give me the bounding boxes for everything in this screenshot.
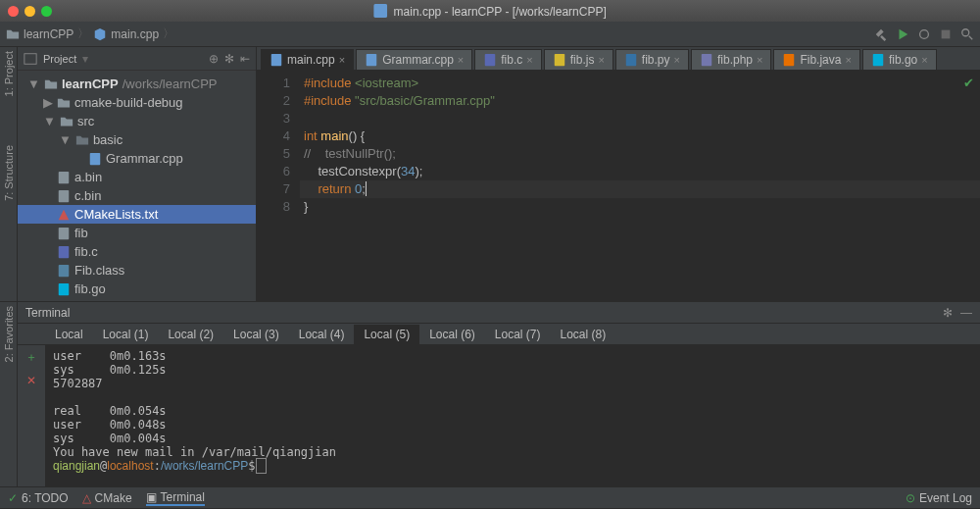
- hide-icon[interactable]: —: [960, 306, 972, 320]
- terminal-tab[interactable]: Local (4): [289, 325, 355, 344]
- svg-rect-17: [485, 54, 496, 66]
- search-icon[interactable]: [960, 27, 974, 41]
- close-tab-icon[interactable]: ×: [339, 54, 345, 66]
- toolwindow-tab[interactable]: ✓6: TODO: [8, 491, 69, 505]
- svg-rect-12: [59, 264, 70, 276]
- tree-item[interactable]: ▼src: [18, 112, 256, 130]
- stop-icon[interactable]: [939, 27, 953, 41]
- tree-item[interactable]: ▶cmake-build-debug: [18, 93, 256, 112]
- svg-rect-15: [271, 54, 282, 66]
- event-log[interactable]: ⊙Event Log: [906, 491, 972, 505]
- svg-rect-11: [59, 245, 70, 257]
- close-tab-icon[interactable]: ×: [674, 54, 680, 66]
- file-tab[interactable]: fib.js×: [544, 49, 613, 70]
- terminal-tab[interactable]: Local (6): [419, 325, 485, 344]
- minimize-window[interactable]: [24, 6, 35, 17]
- sidebar-tab[interactable]: 1: Project: [3, 51, 15, 96]
- svg-rect-18: [554, 54, 564, 66]
- tree-item[interactable]: fib: [18, 224, 256, 242]
- svg-rect-0: [373, 4, 387, 18]
- add-terminal-icon[interactable]: ＋: [25, 349, 37, 366]
- svg-rect-5: [24, 53, 36, 64]
- hide-icon[interactable]: ⇤: [240, 52, 250, 66]
- tree-item[interactable]: a.bin: [18, 168, 256, 186]
- cpp-icon: [93, 27, 107, 41]
- tree-item[interactable]: Fib.class: [18, 261, 256, 280]
- hammer-icon[interactable]: [874, 27, 888, 41]
- code-line[interactable]: #include "src/basic/Grammar.cpp": [300, 92, 980, 110]
- breadcrumb-file[interactable]: main.cpp: [111, 27, 159, 41]
- toolwindow-tab[interactable]: △CMake: [82, 491, 132, 505]
- svg-rect-20: [702, 54, 712, 66]
- file-tab[interactable]: fib.py×: [615, 49, 689, 70]
- terminal-tab[interactable]: Local: [45, 325, 93, 344]
- code-line[interactable]: testConstexpr(34);: [300, 163, 980, 180]
- collapse-icon[interactable]: ⊕: [209, 52, 219, 66]
- sidebar-tab[interactable]: 2: Favorites: [3, 306, 15, 362]
- svg-rect-6: [90, 152, 101, 164]
- chevron-right-icon: 〉: [77, 25, 89, 42]
- svg-point-2: [920, 29, 929, 38]
- folder-icon: [6, 27, 20, 41]
- terminal-output[interactable]: user 0m0.163s sys 0m0.125s 5702887 real …: [45, 345, 980, 486]
- close-tab-icon[interactable]: ×: [526, 54, 532, 66]
- project-icon: [24, 52, 37, 66]
- tree-item[interactable]: Grammar.cpp: [18, 149, 256, 168]
- svg-rect-22: [873, 54, 884, 66]
- code-line[interactable]: #include <iostream>: [300, 75, 980, 92]
- svg-rect-3: [942, 29, 951, 38]
- sidebar-tab[interactable]: 7: Structure: [3, 145, 15, 201]
- terminal-title: Terminal: [25, 306, 70, 320]
- chevron-right-icon: 〉: [163, 25, 174, 42]
- svg-rect-13: [59, 282, 70, 294]
- file-tab[interactable]: fib.c×: [474, 49, 541, 70]
- tree-item[interactable]: fib.go: [18, 280, 256, 298]
- terminal-tab[interactable]: Local (7): [485, 325, 551, 344]
- gear-icon[interactable]: ✻: [943, 306, 953, 320]
- close-tab-icon[interactable]: ×: [598, 54, 604, 66]
- code-line[interactable]: int main() {: [300, 127, 980, 145]
- tree-item[interactable]: fib.c: [18, 242, 256, 261]
- terminal-tab[interactable]: Local (5): [354, 325, 419, 344]
- code-line[interactable]: return 0;: [300, 180, 980, 198]
- svg-rect-21: [784, 54, 795, 66]
- svg-point-4: [962, 28, 969, 35]
- close-tab-icon[interactable]: ×: [458, 54, 464, 66]
- svg-rect-16: [367, 54, 377, 66]
- terminal-tab[interactable]: Local (1): [93, 325, 159, 344]
- window-title: main.cpp - learnCPP - [/works/learnCPP]: [373, 4, 607, 19]
- svg-rect-7: [59, 171, 70, 182]
- file-tab[interactable]: fib.go×: [862, 49, 937, 70]
- toolwindow-tab[interactable]: ▣Terminal: [146, 490, 205, 506]
- breadcrumb-folder[interactable]: learnCPP: [24, 27, 74, 41]
- maximize-window[interactable]: [41, 6, 52, 17]
- tree-root[interactable]: ▼ learnCPP /works/learnCPP: [18, 75, 256, 93]
- check-icon: ✔: [963, 75, 974, 92]
- code-line[interactable]: // testNullPtr();: [300, 145, 980, 163]
- close-tab-icon[interactable]: ×: [845, 54, 851, 66]
- gear-icon[interactable]: ✻: [224, 52, 234, 66]
- tree-item[interactable]: CMakeLists.txt: [18, 205, 256, 224]
- close-window[interactable]: [8, 6, 19, 17]
- close-tab-icon[interactable]: ×: [757, 54, 762, 66]
- terminal-tab[interactable]: Local (8): [551, 325, 616, 344]
- file-tab[interactable]: Grammar.cpp×: [356, 49, 472, 70]
- terminal-tab[interactable]: Local (2): [158, 325, 223, 344]
- tree-item[interactable]: c.bin: [18, 186, 256, 205]
- code-line[interactable]: }: [300, 198, 980, 216]
- svg-marker-1: [95, 27, 106, 39]
- file-tab[interactable]: Fib.java×: [773, 49, 859, 70]
- play-icon[interactable]: [896, 27, 909, 41]
- project-panel-title: Project: [43, 53, 76, 65]
- close-terminal-icon[interactable]: ✕: [26, 374, 36, 387]
- tree-item[interactable]: ▼basic: [18, 130, 256, 149]
- terminal-tab[interactable]: Local (3): [223, 325, 289, 344]
- svg-rect-19: [626, 54, 637, 66]
- svg-rect-8: [59, 189, 70, 201]
- file-tab[interactable]: fib.php×: [691, 49, 771, 70]
- file-tab[interactable]: main.cpp×: [261, 49, 354, 70]
- code-line[interactable]: [300, 110, 980, 127]
- svg-marker-9: [59, 209, 70, 220]
- close-tab-icon[interactable]: ×: [921, 54, 927, 66]
- debug-icon[interactable]: [917, 27, 931, 41]
